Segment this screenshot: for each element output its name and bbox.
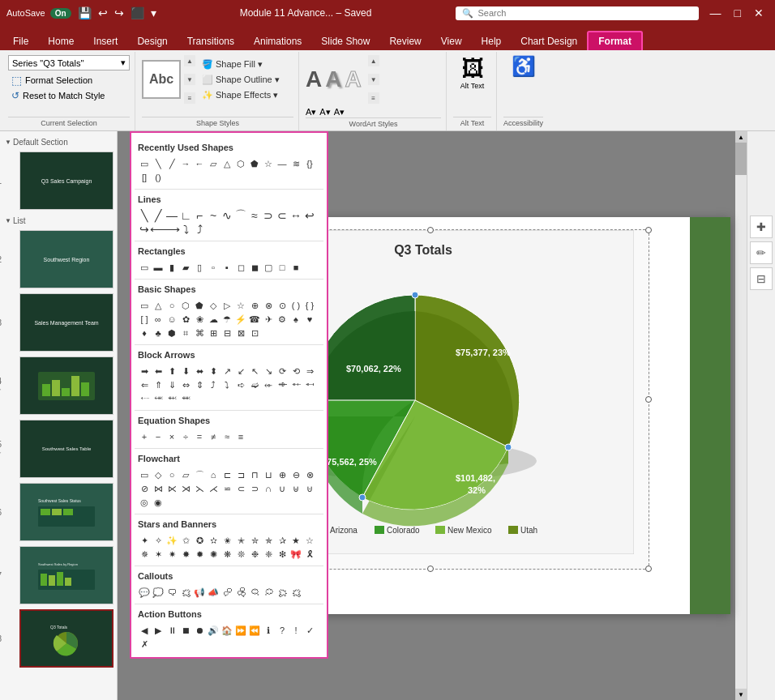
ba-18[interactable]: ⇕ — [193, 378, 206, 391]
sb-2[interactable]: ✧ — [152, 534, 165, 547]
bs-30[interactable]: ⌗ — [179, 327, 192, 339]
tab-insert[interactable]: Insert — [83, 32, 127, 50]
bs-5[interactable]: ⬟ — [193, 299, 206, 312]
co-5[interactable]: 📢 — [193, 586, 206, 599]
line-angle1[interactable]: ∟ — [179, 209, 192, 222]
bs-34[interactable]: ⊠ — [234, 327, 247, 339]
maximize-btn[interactable]: □ — [730, 6, 746, 19]
tab-animations[interactable]: Animations — [244, 32, 311, 50]
line-s4[interactable]: ⤴ — [193, 223, 206, 236]
slide-thumb-3[interactable]: Sales Management Team — [19, 293, 113, 352]
format-selection-btn[interactable]: ⬚ Format Selection — [8, 72, 130, 88]
shape-parens[interactable]: () — [152, 171, 165, 184]
bs-25[interactable]: ♠ — [289, 313, 302, 326]
alt-text-icon[interactable]: 🖼 — [461, 55, 484, 82]
rect-3[interactable]: ▮ — [165, 261, 178, 274]
ba-23[interactable]: ⬰ — [262, 378, 275, 391]
fc-19[interactable]: ⋌ — [207, 482, 220, 495]
ba-8[interactable]: ↙ — [234, 365, 247, 378]
rect-6[interactable]: ▫ — [207, 261, 220, 274]
tab-home[interactable]: Home — [38, 32, 83, 50]
fc-24[interactable]: ∪ — [276, 482, 289, 495]
sb-15[interactable]: ✶ — [152, 548, 165, 561]
bs-13[interactable]: { } — [303, 299, 316, 312]
co-2[interactable]: 💭 — [152, 586, 165, 599]
bs-22[interactable]: ☎ — [248, 313, 261, 326]
bs-2[interactable]: △ — [152, 299, 165, 312]
ab-4[interactable]: ⏹ — [179, 624, 192, 637]
fc-14[interactable]: ⊘ — [138, 482, 151, 495]
list-arrow[interactable]: ▼ — [5, 217, 11, 224]
rect-7[interactable]: ▪ — [221, 261, 233, 274]
bs-17[interactable]: ✿ — [179, 313, 192, 326]
section-arrow[interactable]: ▼ — [5, 139, 11, 146]
wordart-a3[interactable]: A — [345, 66, 361, 92]
ab-5[interactable]: ⏺ — [193, 624, 206, 637]
text-effects-btn[interactable]: A▾ — [334, 107, 345, 117]
tab-chart-design[interactable]: Chart Design — [511, 32, 587, 50]
reset-to-match-btn[interactable]: ↺ Reset to Match Style — [8, 88, 130, 103]
shape-hex[interactable]: ⬡ — [234, 157, 247, 170]
bs-27[interactable]: ♦ — [138, 327, 151, 339]
line-h[interactable]: — — [165, 209, 178, 222]
sb-9[interactable]: ✮ — [248, 534, 261, 547]
ba-30[interactable]: ⬽ — [179, 392, 192, 405]
ba-24[interactable]: ⬲ — [276, 378, 289, 391]
line-curve2[interactable]: ∿ — [221, 209, 233, 222]
co-12[interactable]: 🗯 — [289, 586, 302, 599]
minimize-btn[interactable]: — — [705, 6, 726, 19]
eq-8[interactable]: ≡ — [234, 430, 247, 443]
ba-9[interactable]: ↖ — [248, 365, 261, 378]
ba-28[interactable]: ⬺ — [152, 392, 165, 405]
handle-tm[interactable] — [427, 227, 434, 233]
rect-11[interactable]: □ — [276, 261, 289, 274]
close-btn[interactable]: ✕ — [749, 6, 769, 19]
shape-brackets[interactable]: [] — [138, 171, 151, 184]
ba-7[interactable]: ↗ — [221, 365, 233, 378]
present-icon[interactable]: ⬛ — [131, 6, 144, 19]
eq-1[interactable]: + — [138, 430, 151, 443]
ba-5[interactable]: ⬌ — [193, 365, 206, 378]
sb-25[interactable]: 🎀 — [289, 548, 302, 561]
fc-7[interactable]: ⊏ — [221, 468, 233, 481]
fc-21[interactable]: ⊂ — [234, 482, 247, 495]
slide-thumb-2[interactable]: Southwest Region — [19, 230, 113, 288]
ba-27[interactable]: ⬸ — [138, 392, 151, 405]
shape-star[interactable]: ☆ — [262, 157, 275, 170]
redo-icon[interactable]: ↪ — [114, 6, 124, 19]
bs-4[interactable]: ⬡ — [179, 299, 192, 312]
shape-line2[interactable]: ╱ — [165, 157, 178, 170]
ba-16[interactable]: ⇓ — [165, 378, 178, 391]
line-er[interactable]: ↪ — [138, 223, 151, 236]
eq-6[interactable]: ≠ — [207, 430, 220, 443]
bs-32[interactable]: ⊞ — [207, 327, 220, 339]
sb-17[interactable]: ✸ — [179, 548, 192, 561]
bs-33[interactable]: ⊟ — [221, 327, 233, 339]
more-icon[interactable]: ▾ — [151, 6, 156, 19]
slide-thumb-5[interactable]: Southwest Sales Table — [19, 420, 113, 478]
save-icon[interactable]: 💾 — [78, 6, 92, 19]
sb-5[interactable]: ✪ — [193, 534, 206, 547]
sb-18[interactable]: ✹ — [193, 548, 206, 561]
bs-23[interactable]: ✈ — [262, 313, 275, 326]
ba-15[interactable]: ⇑ — [152, 378, 165, 391]
wordart-a2[interactable]: A — [325, 66, 341, 92]
layout-tool[interactable]: ✚ — [750, 216, 773, 238]
ba-29[interactable]: ⬼ — [165, 392, 178, 405]
sb-16[interactable]: ✷ — [165, 548, 178, 561]
ba-20[interactable]: ⤵ — [221, 378, 233, 391]
ba-17[interactable]: ⇔ — [179, 378, 192, 391]
eq-5[interactable]: = — [193, 430, 206, 443]
sb-6[interactable]: ✫ — [207, 534, 220, 547]
handle-mr[interactable] — [645, 396, 652, 403]
shape-para[interactable]: ▱ — [207, 157, 220, 170]
sb-22[interactable]: ❉ — [248, 548, 261, 561]
line-el[interactable]: ↩ — [303, 209, 316, 222]
sb-19[interactable]: ✺ — [207, 548, 220, 561]
eq-2[interactable]: − — [152, 430, 165, 443]
vertical-scrollbar[interactable]: ▲ ▼ — [735, 131, 747, 700]
scroll-up-btn[interactable]: ▲ — [735, 131, 747, 143]
text-outline-btn[interactable]: A▾ — [319, 107, 330, 117]
series-dropdown[interactable]: Series "Q3 Totals" ▾ — [8, 55, 130, 70]
fc-13[interactable]: ⊗ — [303, 468, 316, 481]
